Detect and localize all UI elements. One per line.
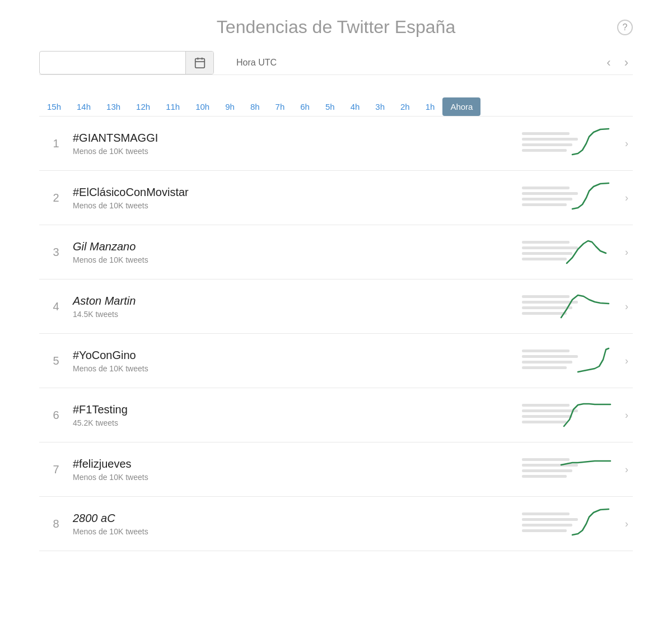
time-tab-5h[interactable]: 5h bbox=[318, 97, 343, 116]
svg-rect-26 bbox=[522, 415, 572, 418]
date-input-group: Hoy bbox=[39, 51, 214, 74]
trend-tweets: Menos de 10K tweets bbox=[73, 147, 522, 156]
svg-rect-5 bbox=[522, 138, 578, 141]
trend-rank: 1 bbox=[39, 137, 73, 150]
svg-rect-33 bbox=[522, 518, 578, 521]
trend-arrow-icon: › bbox=[620, 518, 633, 530]
trend-tweets: Menos de 10K tweets bbox=[73, 255, 522, 264]
trend-arrow-icon: › bbox=[620, 138, 633, 150]
svg-rect-12 bbox=[522, 241, 570, 244]
svg-rect-6 bbox=[522, 143, 572, 146]
svg-rect-34 bbox=[522, 524, 572, 527]
trend-rank: 2 bbox=[39, 192, 73, 204]
time-tab-14h[interactable]: 14h bbox=[69, 97, 99, 116]
trend-chart bbox=[522, 235, 612, 269]
time-tab-4h[interactable]: 4h bbox=[343, 97, 368, 116]
trend-chart bbox=[522, 398, 612, 432]
date-input[interactable]: Hoy bbox=[40, 53, 185, 72]
svg-rect-21 bbox=[522, 355, 578, 358]
svg-rect-32 bbox=[522, 512, 570, 515]
svg-rect-25 bbox=[522, 409, 578, 412]
trend-tweets: Menos de 10K tweets bbox=[73, 527, 522, 536]
trend-name: #YoConGino bbox=[73, 349, 522, 362]
page-title: Tendencias de Twitter España bbox=[217, 17, 455, 38]
time-tab-1h[interactable]: 1h bbox=[418, 97, 443, 116]
trend-row[interactable]: 7 #felizjueves Menos de 10K tweets › bbox=[39, 442, 633, 497]
trend-row[interactable]: 6 #F1Testing 45.2K tweets › bbox=[39, 388, 633, 442]
svg-rect-18 bbox=[522, 306, 572, 309]
trend-info: #F1Testing 45.2K tweets bbox=[73, 403, 522, 427]
trend-arrow-icon: › bbox=[620, 464, 633, 476]
trend-name: Gil Manzano bbox=[73, 240, 522, 253]
time-tab-7h[interactable]: 7h bbox=[268, 97, 293, 116]
svg-rect-19 bbox=[522, 312, 567, 315]
time-tab-15h[interactable]: 15h bbox=[39, 97, 69, 116]
trend-row[interactable]: 5 #YoConGino Menos de 10K tweets › bbox=[39, 334, 633, 388]
trend-info: Aston Martin 14.5K tweets bbox=[73, 295, 522, 319]
svg-rect-8 bbox=[522, 187, 570, 189]
time-tab-3h[interactable]: 3h bbox=[367, 97, 393, 116]
trend-chart bbox=[522, 127, 612, 160]
trend-info: #GIANTSMAGGI Menos de 10K tweets bbox=[73, 132, 522, 156]
trend-row[interactable]: 8 2800 aC Menos de 10K tweets › bbox=[39, 497, 633, 551]
trend-info: #YoConGino Menos de 10K tweets bbox=[73, 349, 522, 373]
time-tab-2h[interactable]: 2h bbox=[393, 97, 418, 116]
svg-rect-29 bbox=[522, 464, 578, 467]
trend-row[interactable]: 2 #ElClásicoConMovistar Menos de 10K twe… bbox=[39, 171, 633, 225]
trend-row[interactable]: 1 #GIANTSMAGGI Menos de 10K tweets › bbox=[39, 117, 633, 171]
trend-info: #felizjueves Menos de 10K tweets bbox=[73, 458, 522, 482]
time-tab-8h[interactable]: 8h bbox=[242, 97, 268, 116]
trend-name: #F1Testing bbox=[73, 403, 522, 416]
trend-tweets: Menos de 10K tweets bbox=[73, 364, 522, 373]
trend-tweets: Menos de 10K tweets bbox=[73, 201, 522, 210]
trend-name: #felizjueves bbox=[73, 458, 522, 470]
time-tab-11h[interactable]: 11h bbox=[158, 97, 188, 116]
trend-row[interactable]: 4 Aston Martin 14.5K tweets › bbox=[39, 279, 633, 334]
svg-rect-20 bbox=[522, 350, 570, 352]
time-tab-12h[interactable]: 12h bbox=[128, 97, 158, 116]
svg-rect-9 bbox=[522, 192, 578, 195]
calendar-button[interactable] bbox=[185, 51, 213, 74]
trend-chart bbox=[522, 344, 612, 378]
trend-arrow-icon: › bbox=[620, 355, 633, 367]
svg-rect-14 bbox=[522, 252, 572, 255]
trend-info: #ElClásicoConMovistar Menos de 10K tweet… bbox=[73, 186, 522, 210]
page-container: Tendencias de Twitter España ? Hoy Hora … bbox=[17, 0, 655, 568]
trends-list: 1 #GIANTSMAGGI Menos de 10K tweets › 2 #… bbox=[39, 117, 633, 551]
trend-chart bbox=[522, 290, 612, 323]
header: Tendencias de Twitter España ? bbox=[39, 17, 633, 38]
controls-bar: Hoy Hora UTC ‹ › bbox=[39, 51, 633, 75]
svg-rect-27 bbox=[522, 421, 567, 423]
trend-rank: 3 bbox=[39, 246, 73, 259]
svg-rect-11 bbox=[522, 203, 567, 206]
trend-arrow-icon: › bbox=[620, 246, 633, 258]
time-tab-13h[interactable]: 13h bbox=[99, 97, 128, 116]
trend-rank: 6 bbox=[39, 409, 73, 422]
svg-rect-30 bbox=[522, 469, 572, 472]
trend-chart bbox=[522, 453, 612, 486]
svg-rect-23 bbox=[522, 366, 567, 369]
trend-name: 2800 aC bbox=[73, 512, 522, 525]
trend-chart bbox=[522, 181, 612, 215]
svg-rect-31 bbox=[522, 475, 567, 478]
trend-tweets: Menos de 10K tweets bbox=[73, 473, 522, 482]
svg-rect-24 bbox=[522, 404, 570, 407]
nav-arrows: ‹ › bbox=[602, 53, 633, 72]
time-tab-9h[interactable]: 9h bbox=[217, 97, 242, 116]
nav-prev-button[interactable]: ‹ bbox=[602, 53, 615, 72]
time-tab-10h[interactable]: 10h bbox=[188, 97, 217, 116]
trend-info: Gil Manzano Menos de 10K tweets bbox=[73, 240, 522, 264]
svg-rect-7 bbox=[522, 149, 567, 152]
trend-rank: 5 bbox=[39, 355, 73, 367]
time-tab-6h[interactable]: 6h bbox=[292, 97, 318, 116]
trend-row[interactable]: 3 Gil Manzano Menos de 10K tweets › bbox=[39, 225, 633, 279]
trend-rank: 8 bbox=[39, 518, 73, 530]
time-tab-ahora[interactable]: Ahora bbox=[442, 97, 480, 116]
nav-next-button[interactable]: › bbox=[620, 53, 633, 72]
trend-name: #ElClásicoConMovistar bbox=[73, 186, 522, 199]
svg-rect-0 bbox=[195, 59, 204, 68]
help-icon[interactable]: ? bbox=[617, 20, 633, 35]
time-tabs: 15h14h13h12h11h10h9h8h7h6h5h4h3h2h1hAhor… bbox=[39, 88, 633, 117]
trend-rank: 7 bbox=[39, 463, 73, 476]
svg-rect-35 bbox=[522, 529, 567, 532]
